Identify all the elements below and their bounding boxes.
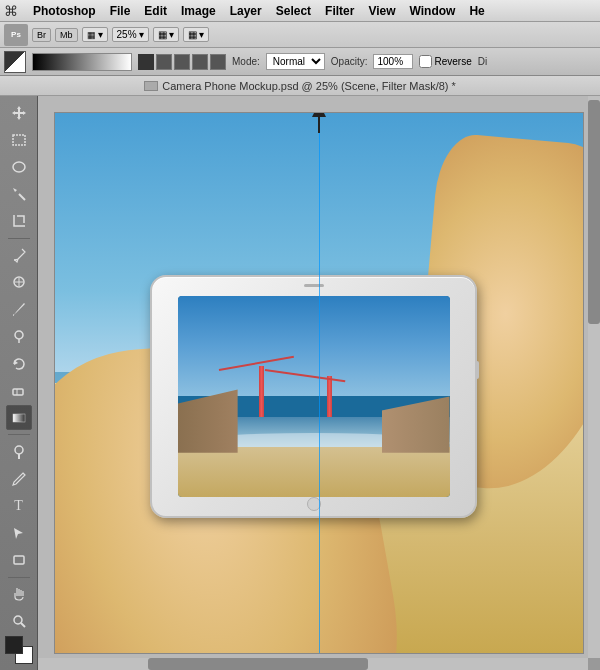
brush-tool[interactable]	[6, 297, 32, 322]
opacity-label: Opacity:	[331, 56, 368, 67]
guide-arrow-head	[312, 112, 326, 117]
menu-file[interactable]: File	[103, 0, 138, 22]
minibrige-button[interactable]: Mb	[55, 28, 78, 42]
apple-menu[interactable]: ⌘	[4, 3, 18, 19]
vertical-scrollbar[interactable]	[588, 96, 600, 658]
options-arrow-icon: ▾	[199, 29, 204, 40]
document-canvas	[54, 112, 584, 654]
iphone-mockup	[150, 275, 477, 518]
pen-tool[interactable]	[6, 466, 32, 491]
color-swatches-area	[5, 636, 33, 670]
menu-select[interactable]: Select	[269, 0, 318, 22]
opacity-input[interactable]	[373, 54, 413, 69]
main-area: T	[0, 96, 600, 670]
menu-photoshop[interactable]: Photoshop	[26, 0, 103, 22]
radial-gradient-button[interactable]	[156, 54, 172, 70]
photo-content	[54, 112, 584, 654]
bridge-button[interactable]: Br	[32, 28, 51, 42]
svg-point-8	[15, 331, 23, 339]
foreground-background-colors[interactable]	[5, 636, 33, 664]
tools-panel: T	[0, 96, 38, 670]
tool-separator-3	[8, 577, 30, 578]
gradient-preview[interactable]	[32, 53, 132, 71]
document-icon	[144, 81, 158, 91]
healing-tool[interactable]	[6, 270, 32, 295]
reverse-label: Reverse	[434, 56, 471, 67]
zoom-tool[interactable]	[6, 609, 32, 634]
view-arrow-icon: ▾	[169, 29, 174, 40]
workspace-dropdown[interactable]: ▦ ▾	[82, 27, 108, 42]
move-tool[interactable]	[6, 100, 32, 125]
tool-mode-bar: Mode: Normal Opacity: Reverse Di	[0, 48, 600, 76]
workspace-icon: ▾	[98, 29, 103, 40]
menu-bar: ⌘ Photoshop File Edit Image Layer Select…	[0, 0, 600, 22]
linear-gradient-button[interactable]	[138, 54, 154, 70]
zoom-arrow-icon: ▾	[139, 29, 144, 40]
lasso-tool[interactable]	[6, 154, 32, 179]
svg-point-4	[14, 259, 16, 261]
document-title-bar: Camera Phone Mockup.psd @ 25% (Scene, Fi…	[0, 76, 600, 96]
mode-label: Mode:	[232, 56, 260, 67]
angle-gradient-button[interactable]	[174, 54, 190, 70]
crop-tool[interactable]	[6, 208, 32, 233]
svg-rect-0	[13, 135, 25, 145]
reverse-checkbox[interactable]	[419, 55, 432, 68]
iphone-home-button	[307, 497, 321, 511]
horizontal-scrollbar-thumb[interactable]	[148, 658, 368, 670]
reverse-checkbox-label[interactable]: Reverse	[419, 55, 471, 68]
iphone-screen	[178, 296, 450, 497]
canvas-area[interactable]	[38, 96, 600, 670]
svg-line-2	[19, 194, 25, 200]
type-tool[interactable]: T	[6, 494, 32, 519]
svg-point-13	[15, 446, 23, 454]
clone-stamp-tool[interactable]	[6, 324, 32, 349]
eyedropper-tool[interactable]	[6, 243, 32, 268]
ps-logo-icon: Ps	[4, 24, 28, 46]
svg-point-16	[14, 616, 22, 624]
marquee-tool[interactable]	[6, 127, 32, 152]
view-icon: ▦	[158, 29, 167, 40]
tool-separator-2	[8, 434, 30, 435]
svg-rect-12	[13, 414, 25, 422]
foreground-color-swatch[interactable]	[5, 636, 23, 654]
svg-line-17	[21, 623, 25, 627]
vertical-scrollbar-thumb[interactable]	[588, 100, 600, 325]
menu-help[interactable]: He	[462, 0, 491, 22]
tool-separator-1	[8, 238, 30, 239]
menu-filter[interactable]: Filter	[318, 0, 361, 22]
menu-image[interactable]: Image	[174, 0, 223, 22]
view-dropdown[interactable]: ▦ ▾	[153, 27, 179, 42]
iphone-side-button	[475, 361, 479, 379]
horizontal-scrollbar[interactable]	[38, 658, 588, 670]
hand-tool[interactable]	[6, 582, 32, 607]
screen-beach	[178, 447, 450, 497]
magic-wand-tool[interactable]	[6, 181, 32, 206]
path-selection-tool[interactable]	[6, 521, 32, 546]
menu-window[interactable]: Window	[403, 0, 463, 22]
document-title: Camera Phone Mockup.psd @ 25% (Scene, Fi…	[162, 80, 456, 92]
gradient-color-swatch[interactable]	[4, 51, 26, 73]
options-dropdown[interactable]: ▦ ▾	[183, 27, 209, 42]
menu-view[interactable]: View	[361, 0, 402, 22]
dodge-tool[interactable]	[6, 439, 32, 464]
svg-point-1	[13, 162, 25, 172]
svg-rect-10	[13, 389, 23, 395]
blend-mode-select[interactable]: Normal	[266, 53, 325, 70]
options-icon: ▦	[188, 29, 197, 40]
options-bar: Ps Br Mb ▦ ▾ 25% ▾ ▦ ▾ ▦ ▾	[0, 22, 600, 48]
menu-layer[interactable]: Layer	[223, 0, 269, 22]
scrollbar-corner	[588, 658, 600, 670]
gradient-tool[interactable]	[6, 405, 32, 430]
svg-rect-15	[14, 556, 24, 564]
svg-marker-3	[13, 188, 17, 192]
menu-edit[interactable]: Edit	[137, 0, 174, 22]
iphone-speaker	[304, 284, 324, 287]
eraser-tool[interactable]	[6, 378, 32, 403]
zoom-value: 25%	[117, 29, 137, 40]
history-brush-tool[interactable]	[6, 351, 32, 376]
diamond-gradient-button[interactable]	[210, 54, 226, 70]
zoom-dropdown[interactable]: 25% ▾	[112, 27, 149, 42]
gradient-style-options	[138, 54, 226, 70]
shape-tool[interactable]	[6, 548, 32, 573]
reflected-gradient-button[interactable]	[192, 54, 208, 70]
